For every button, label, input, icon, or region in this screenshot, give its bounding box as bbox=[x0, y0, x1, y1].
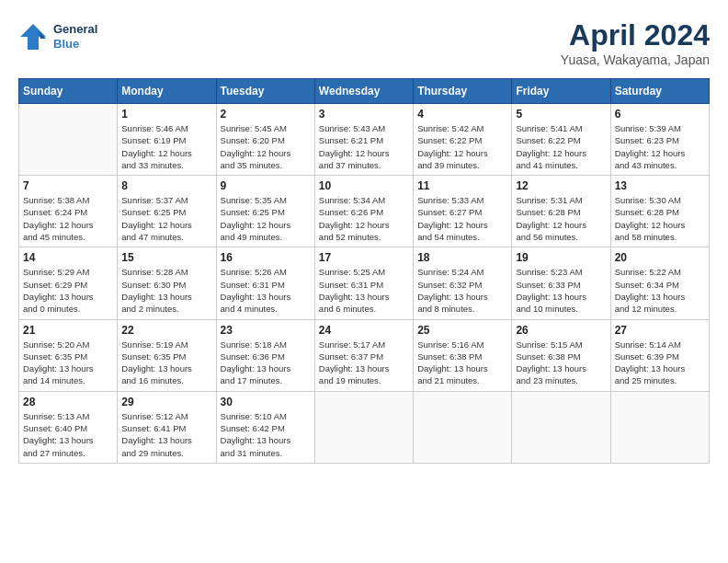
day-info: Sunrise: 5:30 AM Sunset: 6:28 PM Dayligh… bbox=[615, 194, 705, 243]
logo-general: General bbox=[53, 22, 97, 37]
day-info: Sunrise: 5:14 AM Sunset: 6:39 PM Dayligh… bbox=[615, 339, 705, 387]
weekday-header-row: SundayMondayTuesdayWednesdayThursdayFrid… bbox=[19, 79, 710, 104]
calendar-cell: 28Sunrise: 5:13 AM Sunset: 6:40 PM Dayli… bbox=[19, 391, 118, 463]
day-info: Sunrise: 5:41 AM Sunset: 6:22 PM Dayligh… bbox=[516, 122, 606, 171]
calendar-cell bbox=[414, 391, 512, 463]
day-number: 15 bbox=[121, 251, 211, 264]
day-number: 24 bbox=[319, 324, 409, 337]
calendar-cell: 18Sunrise: 5:24 AM Sunset: 6:32 PM Dayli… bbox=[414, 247, 512, 319]
day-info: Sunrise: 5:20 AM Sunset: 6:35 PM Dayligh… bbox=[23, 339, 113, 387]
calendar-cell: 11Sunrise: 5:33 AM Sunset: 6:27 PM Dayli… bbox=[414, 176, 512, 247]
day-info: Sunrise: 5:45 AM Sunset: 6:20 PM Dayligh… bbox=[221, 122, 311, 171]
day-info: Sunrise: 5:26 AM Sunset: 6:31 PM Dayligh… bbox=[221, 266, 311, 315]
calendar-cell: 10Sunrise: 5:34 AM Sunset: 6:26 PM Dayli… bbox=[314, 176, 413, 247]
day-info: Sunrise: 5:28 AM Sunset: 6:30 PM Dayligh… bbox=[121, 266, 211, 315]
day-number: 7 bbox=[23, 179, 113, 192]
day-number: 3 bbox=[319, 108, 409, 121]
logo-text: General Blue bbox=[53, 22, 97, 51]
weekday-header: Sunday bbox=[19, 79, 118, 104]
calendar-cell: 7Sunrise: 5:38 AM Sunset: 6:24 PM Daylig… bbox=[19, 176, 118, 247]
weekday-header: Tuesday bbox=[216, 79, 314, 104]
day-info: Sunrise: 5:17 AM Sunset: 6:37 PM Dayligh… bbox=[319, 339, 409, 387]
weekday-header: Friday bbox=[512, 79, 610, 104]
logo: General Blue bbox=[18, 18, 97, 52]
day-info: Sunrise: 5:12 AM Sunset: 6:41 PM Dayligh… bbox=[121, 410, 211, 459]
calendar-cell: 24Sunrise: 5:17 AM Sunset: 6:37 PM Dayli… bbox=[314, 319, 413, 391]
day-number: 18 bbox=[417, 251, 507, 264]
day-info: Sunrise: 5:15 AM Sunset: 6:38 PM Dayligh… bbox=[516, 339, 606, 387]
calendar-cell: 30Sunrise: 5:10 AM Sunset: 6:42 PM Dayli… bbox=[216, 391, 314, 463]
logo-bird-icon bbox=[18, 22, 48, 52]
calendar-cell: 17Sunrise: 5:25 AM Sunset: 6:31 PM Dayli… bbox=[314, 247, 413, 319]
day-number: 1 bbox=[121, 108, 211, 121]
title-area: April 2024 Yuasa, Wakayama, Japan bbox=[561, 18, 710, 67]
day-info: Sunrise: 5:13 AM Sunset: 6:40 PM Dayligh… bbox=[23, 410, 113, 459]
day-info: Sunrise: 5:46 AM Sunset: 6:19 PM Dayligh… bbox=[121, 122, 211, 171]
calendar-cell: 27Sunrise: 5:14 AM Sunset: 6:39 PM Dayli… bbox=[610, 319, 709, 391]
calendar-cell: 8Sunrise: 5:37 AM Sunset: 6:25 PM Daylig… bbox=[118, 176, 216, 247]
day-number: 9 bbox=[221, 179, 311, 192]
day-number: 2 bbox=[221, 108, 311, 121]
day-info: Sunrise: 5:23 AM Sunset: 6:33 PM Dayligh… bbox=[516, 266, 606, 315]
day-info: Sunrise: 5:42 AM Sunset: 6:22 PM Dayligh… bbox=[417, 122, 507, 171]
logo-blue: Blue bbox=[53, 37, 97, 52]
day-info: Sunrise: 5:29 AM Sunset: 6:29 PM Dayligh… bbox=[23, 266, 113, 315]
calendar-table: SundayMondayTuesdayWednesdayThursdayFrid… bbox=[18, 78, 710, 464]
calendar-week-row: 21Sunrise: 5:20 AM Sunset: 6:35 PM Dayli… bbox=[19, 319, 710, 391]
day-number: 19 bbox=[516, 251, 606, 264]
weekday-header: Wednesday bbox=[314, 79, 413, 104]
calendar-cell: 5Sunrise: 5:41 AM Sunset: 6:22 PM Daylig… bbox=[512, 104, 610, 176]
day-number: 4 bbox=[417, 108, 507, 121]
day-info: Sunrise: 5:22 AM Sunset: 6:34 PM Dayligh… bbox=[615, 266, 705, 315]
day-info: Sunrise: 5:16 AM Sunset: 6:38 PM Dayligh… bbox=[417, 339, 507, 387]
day-number: 10 bbox=[319, 179, 409, 192]
day-info: Sunrise: 5:33 AM Sunset: 6:27 PM Dayligh… bbox=[417, 194, 507, 243]
location-subtitle: Yuasa, Wakayama, Japan bbox=[561, 52, 710, 67]
day-number: 25 bbox=[417, 324, 507, 337]
calendar-cell: 3Sunrise: 5:43 AM Sunset: 6:21 PM Daylig… bbox=[314, 104, 413, 176]
day-number: 13 bbox=[615, 179, 705, 192]
day-number: 11 bbox=[417, 179, 507, 192]
calendar-week-row: 28Sunrise: 5:13 AM Sunset: 6:40 PM Dayli… bbox=[19, 391, 710, 463]
calendar-cell: 12Sunrise: 5:31 AM Sunset: 6:28 PM Dayli… bbox=[512, 176, 610, 247]
day-number: 28 bbox=[23, 396, 113, 408]
calendar-cell: 9Sunrise: 5:35 AM Sunset: 6:25 PM Daylig… bbox=[216, 176, 314, 247]
day-info: Sunrise: 5:24 AM Sunset: 6:32 PM Dayligh… bbox=[417, 266, 507, 315]
day-number: 5 bbox=[516, 108, 606, 121]
day-number: 16 bbox=[221, 251, 311, 264]
calendar-cell bbox=[314, 391, 413, 463]
calendar-cell: 21Sunrise: 5:20 AM Sunset: 6:35 PM Dayli… bbox=[19, 319, 118, 391]
day-info: Sunrise: 5:39 AM Sunset: 6:23 PM Dayligh… bbox=[615, 122, 705, 171]
day-info: Sunrise: 5:34 AM Sunset: 6:26 PM Dayligh… bbox=[319, 194, 409, 243]
day-info: Sunrise: 5:37 AM Sunset: 6:25 PM Dayligh… bbox=[121, 194, 211, 243]
weekday-header: Thursday bbox=[414, 79, 512, 104]
day-number: 8 bbox=[121, 179, 211, 192]
logo-graphic: General Blue bbox=[18, 22, 97, 52]
day-info: Sunrise: 5:19 AM Sunset: 6:35 PM Dayligh… bbox=[121, 339, 211, 387]
calendar-week-row: 14Sunrise: 5:29 AM Sunset: 6:29 PM Dayli… bbox=[19, 247, 710, 319]
month-title: April 2024 bbox=[561, 18, 710, 52]
calendar-cell: 14Sunrise: 5:29 AM Sunset: 6:29 PM Dayli… bbox=[19, 247, 118, 319]
day-number: 21 bbox=[23, 324, 113, 337]
day-number: 6 bbox=[615, 108, 705, 121]
day-number: 26 bbox=[516, 324, 606, 337]
calendar-cell: 13Sunrise: 5:30 AM Sunset: 6:28 PM Dayli… bbox=[610, 176, 709, 247]
calendar-cell: 19Sunrise: 5:23 AM Sunset: 6:33 PM Dayli… bbox=[512, 247, 610, 319]
calendar-cell: 20Sunrise: 5:22 AM Sunset: 6:34 PM Dayli… bbox=[610, 247, 709, 319]
calendar-cell: 16Sunrise: 5:26 AM Sunset: 6:31 PM Dayli… bbox=[216, 247, 314, 319]
calendar-cell: 2Sunrise: 5:45 AM Sunset: 6:20 PM Daylig… bbox=[216, 104, 314, 176]
day-number: 23 bbox=[221, 324, 311, 337]
calendar-cell bbox=[610, 391, 709, 463]
day-info: Sunrise: 5:38 AM Sunset: 6:24 PM Dayligh… bbox=[23, 194, 113, 243]
day-info: Sunrise: 5:31 AM Sunset: 6:28 PM Dayligh… bbox=[516, 194, 606, 243]
calendar-cell: 6Sunrise: 5:39 AM Sunset: 6:23 PM Daylig… bbox=[610, 104, 709, 176]
calendar-cell: 22Sunrise: 5:19 AM Sunset: 6:35 PM Dayli… bbox=[118, 319, 216, 391]
day-number: 12 bbox=[516, 179, 606, 192]
calendar-week-row: 7Sunrise: 5:38 AM Sunset: 6:24 PM Daylig… bbox=[19, 176, 710, 247]
calendar-cell bbox=[19, 104, 118, 176]
calendar-cell: 15Sunrise: 5:28 AM Sunset: 6:30 PM Dayli… bbox=[118, 247, 216, 319]
calendar-cell: 23Sunrise: 5:18 AM Sunset: 6:36 PM Dayli… bbox=[216, 319, 314, 391]
day-number: 22 bbox=[121, 324, 211, 337]
calendar-week-row: 1Sunrise: 5:46 AM Sunset: 6:19 PM Daylig… bbox=[19, 104, 710, 176]
day-info: Sunrise: 5:25 AM Sunset: 6:31 PM Dayligh… bbox=[319, 266, 409, 315]
